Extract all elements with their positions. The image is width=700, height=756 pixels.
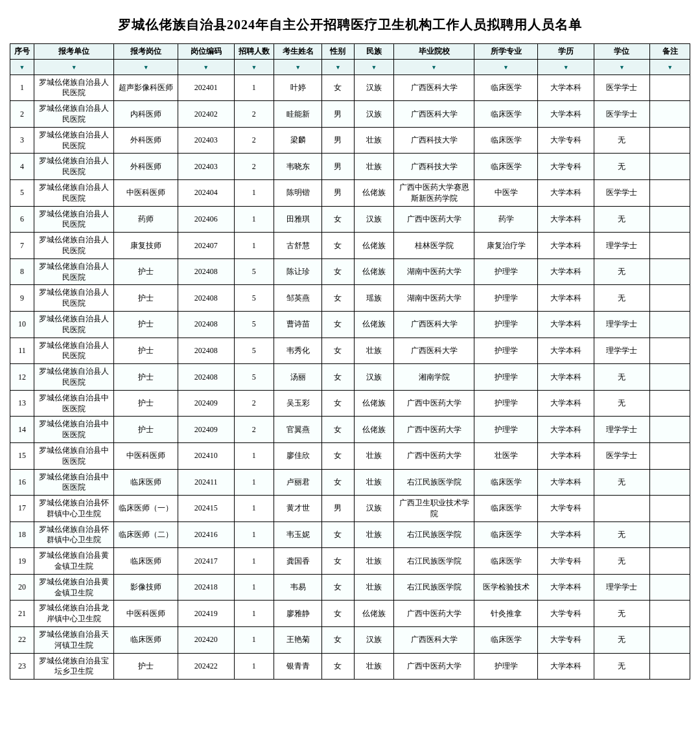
cell-seq: 22 <box>10 627 34 654</box>
table-row: 12罗城仫佬族自治县人民医院护士2024085汤丽女汉族湘南学院护理学大学本科无 <box>10 364 690 391</box>
table-row: 10罗城仫佬族自治县人民医院护士2024085曹诗苗女仫佬族广西医科大学护理学大… <box>10 311 690 338</box>
cell-unit: 罗城仫佬族自治县天河镇卫生院 <box>34 627 114 654</box>
cell-gender: 男 <box>322 179 354 206</box>
cell-unit: 罗城仫佬族自治县中医医院 <box>34 390 114 417</box>
cell-gender: 男 <box>322 127 354 154</box>
cell-major: 护理学 <box>474 311 538 338</box>
filter-remark[interactable]: ▼ <box>650 59 690 74</box>
filter-gender[interactable]: ▼ <box>322 59 354 74</box>
cell-seq: 2 <box>10 101 34 128</box>
cell-name: 田雅琪 <box>274 206 322 233</box>
cell-gender: 女 <box>322 285 354 312</box>
cell-edu: 大学本科 <box>538 574 594 601</box>
cell-nation: 汉族 <box>354 101 394 128</box>
cell-recruit: 1 <box>234 601 274 627</box>
cell-name: 汤丽 <box>274 364 322 391</box>
cell-recruit: 2 <box>234 154 274 180</box>
cell-nation: 汉族 <box>354 206 394 233</box>
filter-school[interactable]: ▼ <box>394 59 474 74</box>
cell-name: 韦易 <box>274 574 322 601</box>
filter-code[interactable]: ▼ <box>178 59 234 74</box>
cell-unit: 罗城仫佬族自治县人民医院 <box>34 364 114 391</box>
cell-major: 护理学 <box>474 390 538 417</box>
cell-position: 临床医师（二） <box>114 521 178 548</box>
cell-gender: 女 <box>322 390 354 417</box>
cell-unit: 罗城仫佬族自治县龙岸镇中心卫生院 <box>34 601 114 627</box>
cell-school: 右江民族医学院 <box>394 521 474 548</box>
filter-major[interactable]: ▼ <box>474 59 538 74</box>
cell-recruit: 2 <box>234 390 274 417</box>
cell-degree: 无 <box>594 390 649 417</box>
table-row: 19罗城仫佬族自治县黄金镇卫生院临床医师2024171龚国香女壮族右江民族医学院… <box>10 548 690 575</box>
cell-degree: 理学学士 <box>594 311 649 338</box>
filter-nation[interactable]: ▼ <box>354 59 394 74</box>
cell-recruit: 1 <box>234 653 274 680</box>
cell-remark <box>650 233 690 259</box>
cell-recruit: 5 <box>234 285 274 312</box>
cell-nation: 壮族 <box>354 154 394 180</box>
cell-degree: 无 <box>594 653 649 680</box>
cell-recruit: 2 <box>234 417 274 443</box>
table-row: 7罗城仫佬族自治县人民医院康复技师2024071古舒慧女仫佬族桂林医学院康复治疗… <box>10 233 690 259</box>
cell-unit: 罗城仫佬族自治县怀群镇中心卫生院 <box>34 521 114 548</box>
cell-nation: 壮族 <box>354 548 394 575</box>
cell-edu: 大学本科 <box>538 311 594 338</box>
filter-name[interactable]: ▼ <box>274 59 322 74</box>
filter-position[interactable]: ▼ <box>114 59 178 74</box>
cell-remark <box>650 574 690 601</box>
cell-unit: 罗城仫佬族自治县中医医院 <box>34 442 114 469</box>
filter-degree[interactable]: ▼ <box>594 59 649 74</box>
cell-nation: 仫佬族 <box>354 417 394 443</box>
cell-major: 临床医学 <box>474 496 538 522</box>
cell-position: 临床医师（一） <box>114 496 178 522</box>
filter-recruit[interactable]: ▼ <box>234 59 274 74</box>
cell-major: 临床医学 <box>474 469 538 496</box>
cell-recruit: 1 <box>234 496 274 522</box>
cell-code: 202409 <box>178 417 234 443</box>
filter-unit[interactable]: ▼ <box>34 59 114 74</box>
cell-edu: 大学本科 <box>538 258 594 285</box>
cell-nation: 瑶族 <box>354 285 394 312</box>
cell-edu: 大学专科 <box>538 548 594 575</box>
cell-major: 护理学 <box>474 338 538 364</box>
cell-degree: 理学学士 <box>594 338 649 364</box>
cell-position: 内科医师 <box>114 101 178 128</box>
col-header-seq: 序号 <box>10 44 34 60</box>
cell-edu: 大学本科 <box>538 285 594 312</box>
cell-major: 壮医学 <box>474 442 538 469</box>
cell-school: 广西医科大学 <box>394 101 474 128</box>
col-header-degree: 学位 <box>594 44 649 60</box>
cell-gender: 女 <box>322 601 354 627</box>
cell-code: 202404 <box>178 179 234 206</box>
cell-code: 202407 <box>178 233 234 259</box>
cell-name: 韦晓东 <box>274 154 322 180</box>
cell-school: 右江民族医学院 <box>394 574 474 601</box>
table-row: 2罗城仫佬族自治县人民医院内科医师2024022眭能新男汉族广西医科大学临床医学… <box>10 101 690 128</box>
cell-unit: 罗城仫佬族自治县黄金镇卫生院 <box>34 574 114 601</box>
cell-nation: 仫佬族 <box>354 311 394 338</box>
cell-code: 202411 <box>178 469 234 496</box>
cell-degree: 无 <box>594 548 649 575</box>
cell-seq: 10 <box>10 311 34 338</box>
cell-name: 廖佳欣 <box>274 442 322 469</box>
cell-seq: 17 <box>10 496 34 522</box>
cell-degree: 理学学士 <box>594 233 649 259</box>
cell-position: 临床医师 <box>114 548 178 575</box>
cell-position: 中医科医师 <box>114 179 178 206</box>
cell-edu: 大学本科 <box>538 338 594 364</box>
filter-edu[interactable]: ▼ <box>538 59 594 74</box>
cell-major: 针灸推拿 <box>474 601 538 627</box>
col-header-name: 考生姓名 <box>274 44 322 60</box>
cell-edu: 大学本科 <box>538 101 594 128</box>
cell-recruit: 5 <box>234 338 274 364</box>
cell-position: 影像技师 <box>114 574 178 601</box>
cell-school: 广西医科大学 <box>394 338 474 364</box>
filter-seq[interactable]: ▼ <box>10 59 34 74</box>
table-row: 9罗城仫佬族自治县人民医院护士2024085邹英燕女瑶族湖南中医药大学护理学大学… <box>10 285 690 312</box>
cell-recruit: 1 <box>234 469 274 496</box>
cell-position: 外科医师 <box>114 127 178 154</box>
cell-name: 卢丽君 <box>274 469 322 496</box>
cell-code: 202403 <box>178 154 234 180</box>
cell-major: 临床医学 <box>474 154 538 180</box>
cell-nation: 壮族 <box>354 338 394 364</box>
